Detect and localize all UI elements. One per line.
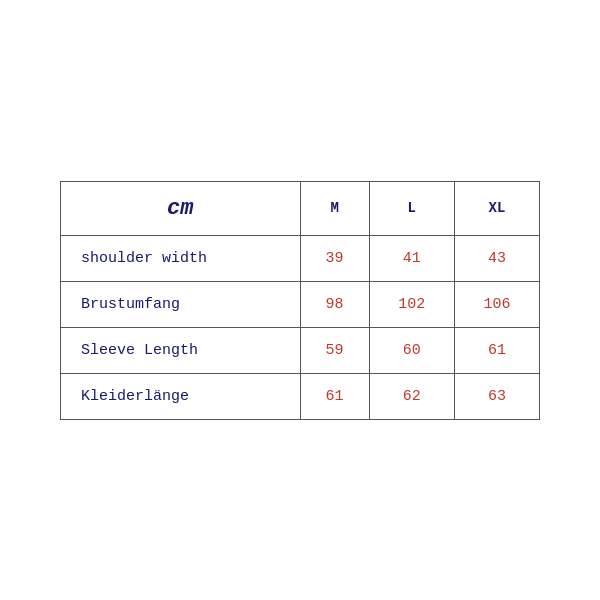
size-chart-table: cm M L XL shoulder width394143Brustumfan… xyxy=(60,181,540,420)
row-value-0-2: 43 xyxy=(454,235,539,281)
row-value-1-0: 98 xyxy=(300,281,369,327)
row-value-2-0: 59 xyxy=(300,327,369,373)
size-m-header: M xyxy=(300,181,369,235)
size-chart-container: cm M L XL shoulder width394143Brustumfan… xyxy=(60,181,540,420)
row-value-1-1: 102 xyxy=(369,281,454,327)
row-label-0: shoulder width xyxy=(61,235,301,281)
row-label-1: Brustumfang xyxy=(61,281,301,327)
row-value-2-2: 61 xyxy=(454,327,539,373)
row-value-0-0: 39 xyxy=(300,235,369,281)
row-value-2-1: 60 xyxy=(369,327,454,373)
row-label-3: Kleiderlänge xyxy=(61,373,301,419)
row-value-1-2: 106 xyxy=(454,281,539,327)
row-value-3-2: 63 xyxy=(454,373,539,419)
row-value-3-1: 62 xyxy=(369,373,454,419)
size-l-header: L xyxy=(369,181,454,235)
unit-header: cm xyxy=(61,181,301,235)
row-value-3-0: 61 xyxy=(300,373,369,419)
table-row: shoulder width394143 xyxy=(61,235,540,281)
row-label-2: Sleeve Length xyxy=(61,327,301,373)
table-row: Kleiderlänge616263 xyxy=(61,373,540,419)
table-header-row: cm M L XL xyxy=(61,181,540,235)
row-value-0-1: 41 xyxy=(369,235,454,281)
size-xl-header: XL xyxy=(454,181,539,235)
table-row: Sleeve Length596061 xyxy=(61,327,540,373)
table-row: Brustumfang98102106 xyxy=(61,281,540,327)
